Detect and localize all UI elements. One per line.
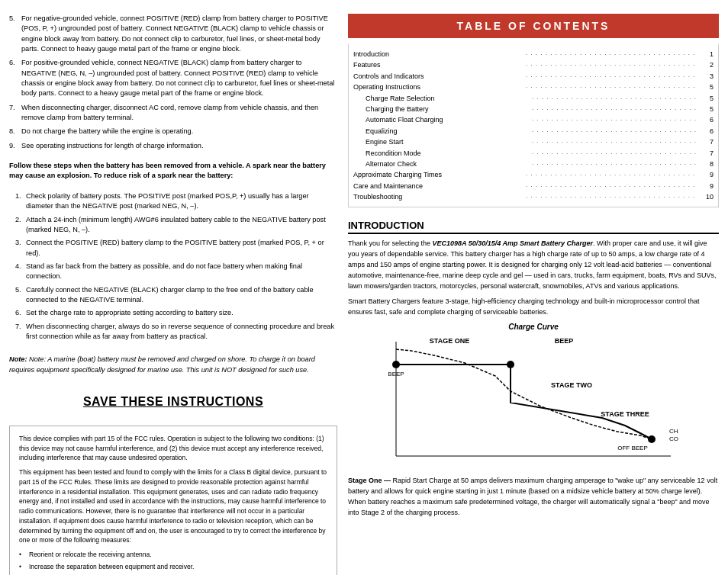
step-num: 3.: [15, 238, 23, 259]
toc-page-num: 6: [698, 126, 714, 137]
step-num: 7.: [15, 322, 23, 342]
numbered-item: 7.When disconnecting charger, disconnect…: [9, 103, 337, 124]
steps-list: 1.Check polarity of battery posts. The P…: [9, 191, 337, 345]
toc-dots: . . . . . . . . . . . . . . . . . . . . …: [530, 148, 698, 159]
toc-row: Operating Instructions . . . . . . . . .…: [353, 82, 714, 92]
note-box: Note: Note: A marine (boat) battery must…: [9, 355, 337, 375]
item-text: When disconnecting charger, disconnect A…: [21, 103, 337, 124]
toc-dots: . . . . . . . . . . . . . . . . . . . . …: [523, 59, 698, 70]
step-text: Set the charge rate to appropriate setti…: [26, 308, 234, 318]
item-text: For negative-grounded vehicle, connect P…: [21, 14, 337, 54]
toc-row: Equalizing . . . . . . . . . . . . . . .…: [353, 126, 714, 137]
item-text: For positive-grounded vehicle, connect N…: [21, 58, 337, 98]
numbered-item: 6.For positive-grounded vehicle, connect…: [9, 58, 337, 98]
bold-instructions-text: Follow these steps when the battery has …: [9, 162, 326, 179]
toc-page-num: 5: [698, 104, 714, 114]
fcc-bullet: •Reorient or relocate the receiving ante…: [19, 550, 327, 560]
toc-label: Troubleshooting: [353, 191, 523, 202]
svg-text:COMPLETE: COMPLETE: [669, 435, 678, 442]
toc-table: Introduction . . . . . . . . . . . . . .…: [348, 44, 719, 207]
numbered-item: 5.For negative-grounded vehicle, connect…: [9, 14, 337, 54]
toc-label: Alternator Check: [366, 159, 530, 169]
note-text: Note: Note: A marine (boat) battery must…: [9, 355, 315, 373]
toc-row: Recondition Mode . . . . . . . . . . . .…: [353, 148, 714, 159]
step-item: 3.Connect the POSITIVE (RED) battery cla…: [15, 238, 337, 259]
toc-dots: . . . . . . . . . . . . . . . . . . . . …: [530, 93, 698, 104]
toc-dots: . . . . . . . . . . . . . . . . . . . . …: [523, 49, 698, 59]
step-text: Stand as far back from the battery as po…: [26, 262, 337, 282]
numbered-item: 8.Do not charge the battery while the en…: [9, 127, 337, 137]
svg-text:STAGE ONE: STAGE ONE: [430, 337, 469, 345]
stage-one-text: Stage One — Rapid Start Charge at 50 amp…: [348, 476, 719, 519]
toc-page-num: 6: [698, 114, 714, 125]
item-num: 6.: [9, 58, 18, 98]
toc-label: Care and Maintenance: [353, 181, 523, 191]
toc-page-num: 5: [698, 82, 714, 92]
item-num: 8.: [9, 127, 18, 137]
toc-dots: . . . . . . . . . . . . . . . . . . . . …: [523, 181, 698, 191]
step-text: Attach a 24-inch (minimum length) AWG#6 …: [26, 215, 337, 236]
charge-curve-svg: STAGE ONE BEEP BEEP STAGE TWO STAGE THRE…: [388, 334, 678, 471]
svg-text:STAGE TWO: STAGE TWO: [551, 381, 592, 389]
toc-label: Engine Start: [366, 137, 530, 147]
toc-dots: . . . . . . . . . . . . . . . . . . . . …: [523, 191, 698, 202]
svg-point-4: [507, 361, 514, 368]
bullet-text: Increase the separation between equipmen…: [29, 562, 194, 572]
step-text: Carefully connect the NEGATIVE (BLACK) c…: [26, 285, 337, 306]
bullet-symbol: •: [19, 550, 25, 560]
svg-text:CHARGING: CHARGING: [669, 428, 678, 435]
toc-row: Controls and Indicators . . . . . . . . …: [353, 71, 714, 82]
toc-dots: . . . . . . . . . . . . . . . . . . . . …: [530, 126, 698, 137]
toc-dots: . . . . . . . . . . . . . . . . . . . . …: [523, 169, 698, 180]
toc-label: Controls and Indicators: [353, 71, 523, 82]
toc-page-num: 5: [698, 93, 714, 104]
svg-text:STAGE THREE: STAGE THREE: [601, 410, 649, 418]
toc-dots: . . . . . . . . . . . . . . . . . . . . …: [523, 71, 698, 82]
step-num: 6.: [15, 308, 23, 318]
toc-header: TABLE OF CONTENTS: [348, 14, 719, 38]
toc-row: Troubleshooting . . . . . . . . . . . . …: [353, 191, 714, 202]
intro-paragraph-1: Thank you for selecting the VEC1098A 50/…: [348, 239, 719, 292]
numbered-item: 9.See operating instructions for length …: [9, 141, 337, 151]
toc-label: Charging the Battery: [366, 104, 530, 114]
step-text: Check polarity of battery posts. The POS…: [26, 191, 337, 212]
toc-label: Recondition Mode: [366, 148, 530, 159]
toc-label: Introduction: [353, 49, 523, 59]
toc-dots: . . . . . . . . . . . . . . . . . . . . …: [530, 159, 698, 169]
toc-page-num: 1: [698, 49, 714, 59]
step-item: 4.Stand as far back from the battery as …: [15, 262, 337, 282]
toc-page-num: 2: [698, 59, 714, 70]
item-num: 9.: [9, 141, 18, 151]
step-num: 4.: [15, 262, 23, 282]
toc-page-num: 7: [698, 137, 714, 147]
step-item: 2.Attach a 24-inch (minimum length) AWG#…: [15, 215, 337, 236]
bullet-symbol: •: [19, 562, 25, 572]
toc-dots: . . . . . . . . . . . . . . . . . . . . …: [530, 114, 698, 125]
bold-instructions: Follow these steps when the battery has …: [9, 161, 337, 181]
fcc-box: This device complies with part 15 of the…: [9, 426, 337, 575]
charge-curve-section: Charge Curve STAGE ONE BEEP BEEP STAGE: [348, 323, 719, 471]
toc-dots: . . . . . . . . . . . . . . . . . . . . …: [523, 82, 698, 92]
fcc-paragraph: This device complies with part 15 of the…: [19, 434, 327, 463]
toc-page-num: 7: [698, 148, 714, 159]
intro-title: INTRODUCTION: [348, 220, 719, 234]
item-num: 5.: [9, 14, 18, 54]
toc-row: Care and Maintenance . . . . . . . . . .…: [353, 181, 714, 191]
step-item: 5.Carefully connect the NEGATIVE (BLACK)…: [15, 285, 337, 306]
intro-section: INTRODUCTION Thank you for selecting the…: [348, 220, 719, 575]
toc-row: Introduction . . . . . . . . . . . . . .…: [353, 49, 714, 59]
toc-dots: . . . . . . . . . . . . . . . . . . . . …: [530, 137, 698, 147]
step-text: When disconnecting charger, always do so…: [26, 322, 337, 342]
toc-label: Automatic Float Charging: [366, 114, 530, 125]
toc-row: Engine Start . . . . . . . . . . . . . .…: [353, 137, 714, 147]
toc-page-num: 9: [698, 169, 714, 180]
step-item: 6.Set the charge rate to appropriate set…: [15, 308, 337, 318]
item-num: 7.: [9, 103, 18, 124]
toc-row: Features . . . . . . . . . . . . . . . .…: [353, 59, 714, 70]
step-text: Connect the POSITIVE (RED) battery clamp…: [26, 238, 337, 259]
bullet-text: Reorient or relocate the receiving anten…: [29, 550, 152, 560]
fcc-paragraph: This equipment has been tested and found…: [19, 467, 327, 545]
step-num: 1.: [15, 191, 23, 212]
toc-dots: . . . . . . . . . . . . . . . . . . . . …: [530, 104, 698, 114]
fcc-bullet: •Increase the separation between equipme…: [19, 562, 327, 572]
